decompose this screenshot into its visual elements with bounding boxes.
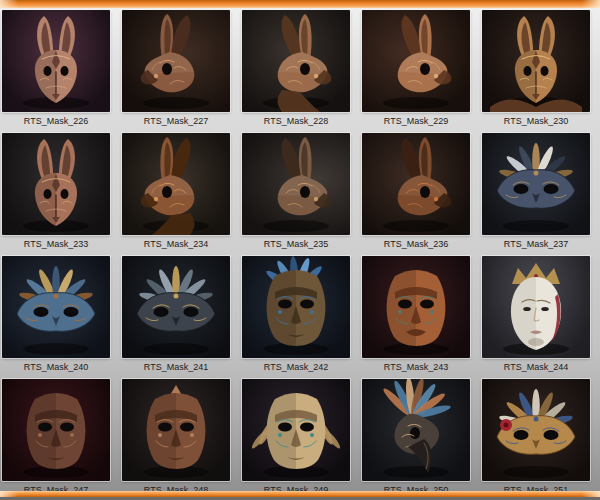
grid-item: RTS_Mask_244	[482, 256, 590, 379]
grid-item: RTS_Mask_234	[122, 133, 230, 256]
mask-thumbnail[interactable]	[2, 379, 110, 481]
file-name-label: RTS_Mask_226	[2, 112, 110, 133]
grid-item: RTS_Mask_229	[362, 10, 470, 133]
mask-thumbnail[interactable]	[482, 133, 590, 235]
grid-item: RTS_Mask_248	[122, 379, 230, 500]
mask-thumbnail[interactable]	[242, 133, 350, 235]
grid-item: RTS_Mask_226	[2, 10, 110, 133]
file-name-label: RTS_Mask_236	[362, 235, 470, 256]
grid-item: RTS_Mask_250	[362, 379, 470, 500]
mask-thumbnail[interactable]	[482, 256, 590, 358]
file-name-label: RTS_Mask_228	[242, 112, 350, 133]
grid-item: RTS_Mask_247	[2, 379, 110, 500]
mask-thumbnail[interactable]	[242, 10, 350, 112]
grid-item: RTS_Mask_227	[122, 10, 230, 133]
mask-thumbnail[interactable]	[2, 256, 110, 358]
thumbnail-grid: RTS_Mask_226 RTS_Mask_227 RTS_Mask_228 R…	[2, 10, 590, 500]
file-name-label: RTS_Mask_241	[122, 358, 230, 379]
file-name-label: RTS_Mask_234	[122, 235, 230, 256]
grid-item: RTS_Mask_243	[362, 256, 470, 379]
mask-thumbnail[interactable]	[362, 256, 470, 358]
file-name-label: RTS_Mask_229	[362, 112, 470, 133]
mask-thumbnail[interactable]	[2, 10, 110, 112]
mask-thumbnail[interactable]	[362, 133, 470, 235]
file-name-label: RTS_Mask_244	[482, 358, 590, 379]
grid-item: RTS_Mask_249	[242, 379, 350, 500]
grid-item: RTS_Mask_241	[122, 256, 230, 379]
file-name-label: RTS_Mask_237	[482, 235, 590, 256]
mask-thumbnail[interactable]	[242, 379, 350, 481]
mask-thumbnail[interactable]	[242, 256, 350, 358]
grid-item: RTS_Mask_233	[2, 133, 110, 256]
file-name-label: RTS_Mask_235	[242, 235, 350, 256]
mask-thumbnail[interactable]	[362, 10, 470, 112]
top-orange-border	[0, 0, 600, 8]
mask-thumbnail[interactable]	[122, 133, 230, 235]
mask-thumbnail[interactable]	[362, 379, 470, 481]
grid-item: RTS_Mask_237	[482, 133, 590, 256]
mask-thumbnail[interactable]	[482, 10, 590, 112]
mask-thumbnail[interactable]	[122, 10, 230, 112]
file-name-label: RTS_Mask_233	[2, 235, 110, 256]
file-name-label: RTS_Mask_227	[122, 112, 230, 133]
mask-thumbnail[interactable]	[2, 133, 110, 235]
grid-item: RTS_Mask_251	[482, 379, 590, 500]
file-name-label: RTS_Mask_230	[482, 112, 590, 133]
grid-item: RTS_Mask_240	[2, 256, 110, 379]
file-name-label: RTS_Mask_242	[242, 358, 350, 379]
file-name-label: RTS_Mask_243	[362, 358, 470, 379]
mask-thumbnail[interactable]	[122, 379, 230, 481]
grid-item: RTS_Mask_228	[242, 10, 350, 133]
file-name-label: RTS_Mask_240	[2, 358, 110, 379]
grid-item: RTS_Mask_230	[482, 10, 590, 133]
mask-thumbnail[interactable]	[122, 256, 230, 358]
mask-thumbnail[interactable]	[482, 379, 590, 481]
grid-item: RTS_Mask_242	[242, 256, 350, 379]
grid-item: RTS_Mask_235	[242, 133, 350, 256]
grid-item: RTS_Mask_236	[362, 133, 470, 256]
